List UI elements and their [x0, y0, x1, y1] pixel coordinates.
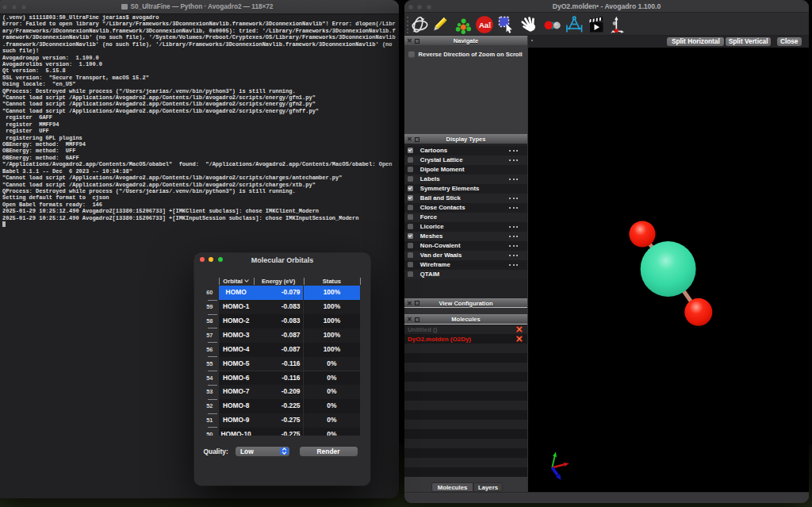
svg-text:I: I	[488, 21, 492, 29]
